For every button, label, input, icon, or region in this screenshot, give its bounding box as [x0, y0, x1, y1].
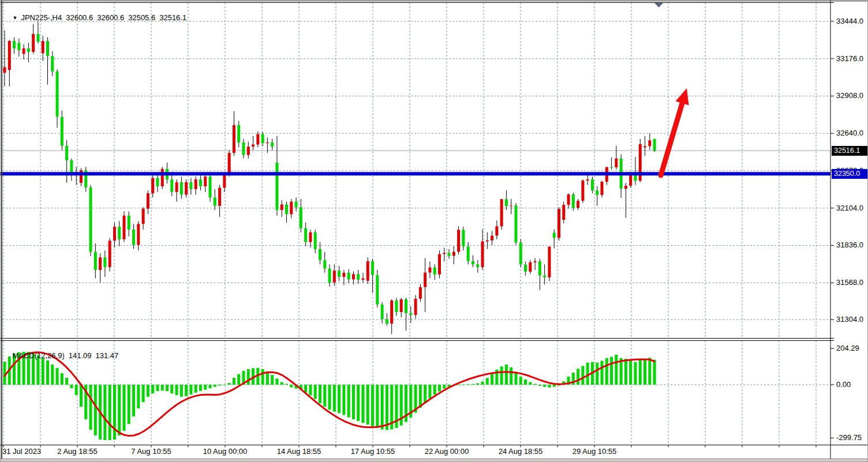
chart-canvas[interactable] — [1, 1, 868, 462]
macd-name: MACD(12,26,9) — [12, 351, 64, 360]
chart-window: ▼JPN225-,H432600.632600.632505.632516.1 … — [0, 0, 868, 462]
price-tick-label: 32104.0 — [836, 204, 868, 213]
symbol-period-label: JPN225-,H4 — [21, 13, 62, 22]
support-line[interactable] — [1, 172, 830, 175]
time-tick-label: 31 Jul 2023 — [2, 446, 41, 457]
price-tick-label: 31836.0 — [836, 241, 868, 250]
time-tick-label: 29 Aug 10:55 — [568, 446, 620, 457]
ohlc-open: 32600.6 — [66, 13, 93, 22]
ohlc-low: 32505.6 — [128, 13, 155, 22]
price-tick-label: 33444.0 — [836, 17, 868, 26]
candlestick-series — [3, 21, 656, 334]
time-tick-label: 7 Aug 10:55 — [125, 446, 177, 457]
macd-tick-label: -299.75 — [836, 433, 868, 442]
price-tick-label: 31568.0 — [836, 278, 868, 287]
ohlc-high: 32600.6 — [97, 13, 124, 22]
time-tick-label: 10 Aug 00:00 — [199, 446, 251, 457]
price-tick-label: 32908.0 — [836, 91, 868, 100]
macd-main-value: 141.09 — [69, 351, 92, 360]
symbol-dropdown-icon[interactable]: ▼ — [12, 15, 17, 21]
macd-signal-value: 131.47 — [96, 351, 119, 360]
trend-arrow[interactable] — [661, 88, 689, 175]
time-tick-label: 14 Aug 18:55 — [273, 446, 325, 457]
ohlc-close: 32516.1 — [159, 13, 186, 22]
support-level-badge: 32350.0 — [832, 169, 867, 179]
current-price-badge: 32516.1 — [832, 146, 867, 156]
chart-shift-marker-icon[interactable] — [654, 3, 663, 7]
time-tick-label: 2 Aug 18:55 — [51, 446, 103, 457]
macd-indicator-label: MACD(12,26,9)141.09131.47 — [4, 343, 118, 369]
time-tick-label: 24 Aug 18:55 — [495, 446, 547, 457]
chart-header: ▼JPN225-,H432600.632600.632505.632516.1 — [4, 5, 186, 31]
price-tick-label: 32640.0 — [836, 129, 868, 138]
time-tick-label: 22 Aug 00:00 — [421, 446, 473, 457]
macd-tick-label: 204.29 — [836, 344, 868, 353]
price-tick-label: 31304.0 — [836, 315, 868, 324]
grid-lines — [2, 3, 830, 445]
macd-tick-label: 0.00 — [836, 380, 868, 389]
price-tick-label: 33176.0 — [836, 54, 868, 63]
time-tick-label: 17 Aug 10:55 — [347, 446, 399, 457]
window-bottom-edge — [1, 459, 868, 462]
